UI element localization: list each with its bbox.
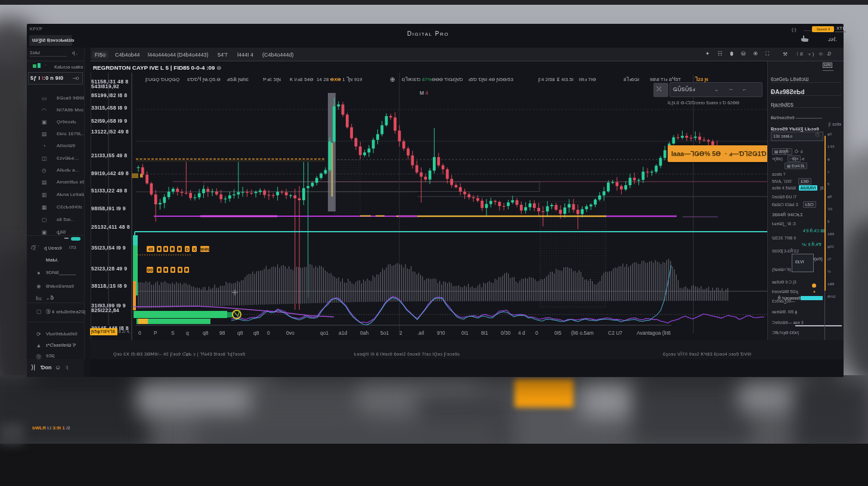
svg-text:Avantagoa (lII6: Avantagoa (lII6 (637, 330, 671, 336)
svg-text:(lI6 o.5am: (lI6 o.5am (571, 330, 594, 336)
svg-text:q: q (186, 330, 189, 336)
svg-text:0I0: 0I0 (147, 268, 153, 272)
svg-text:M 4: M 4 (420, 90, 428, 96)
svg-text:X: X (193, 247, 196, 251)
svg-text:51I33,I22 49 8: 51I33,I22 49 8 (91, 188, 127, 194)
svg-text:0I5: 0I5 (554, 330, 562, 336)
svg-text:D: D (185, 247, 188, 251)
svg-text:85199,I82 I8 8: 85199,I82 I8 8 (91, 92, 127, 98)
svg-text:38118,I15 I8 9: 38118,I15 I8 9 (91, 283, 127, 289)
svg-text:0: 0 (138, 330, 141, 336)
svg-text:4 d: 4 d (518, 330, 525, 336)
svg-text:825I222,84: 825I222,84 (91, 307, 119, 313)
svg-text:21I33,I55 49 8: 21I33,I55 49 8 (91, 152, 127, 158)
svg-text:0ah: 0ah (360, 330, 368, 336)
svg-text:.aIl: .aIl (417, 330, 424, 336)
svg-text:2: 2 (399, 330, 402, 336)
svg-text:0I1: 0I1 (461, 330, 469, 336)
svg-text:543I819,92: 543I819,92 (91, 83, 119, 89)
svg-text:qo1: qo1 (320, 330, 328, 336)
svg-text:S: S (171, 330, 175, 336)
svg-text:13122,I52 49 8: 13122,I52 49 8 (91, 129, 129, 135)
svg-text:4II: 4II (148, 247, 153, 251)
svg-text:33I15,458 I8 9: 33I15,458 I8 9 (91, 105, 127, 111)
svg-text:9'I0: 9'I0 (437, 330, 445, 336)
svg-text:25132,411 48 8: 25132,411 48 8 (91, 224, 130, 230)
svg-text:0: 0 (267, 330, 270, 336)
svg-text:0vo: 0vo (286, 330, 294, 336)
svg-text:C2 U7: C2 U7 (608, 330, 622, 336)
svg-text:M4N: M4N (200, 247, 209, 251)
svg-text:89I19,442 49 8: 89I19,442 49 8 (91, 170, 129, 176)
svg-text:P: P (154, 330, 157, 336)
svg-text:5o1: 5o1 (380, 330, 389, 336)
svg-text:q8: q8 (203, 330, 209, 336)
svg-text:0: 0 (535, 330, 538, 336)
svg-text:a1d: a1d (339, 330, 347, 336)
svg-text:52I59,458 I9 9: 52I59,458 I9 9 (91, 118, 127, 124)
svg-text:52I23,I28 49 9: 52I23,I28 49 9 (91, 266, 127, 272)
svg-text:0/30: 0/30 (501, 330, 511, 336)
svg-text:q8: q8 (237, 330, 243, 336)
svg-text:8I1: 8I1 (481, 330, 488, 336)
svg-text:98: 98 (219, 330, 225, 336)
svg-text:q8: q8 (253, 330, 259, 336)
